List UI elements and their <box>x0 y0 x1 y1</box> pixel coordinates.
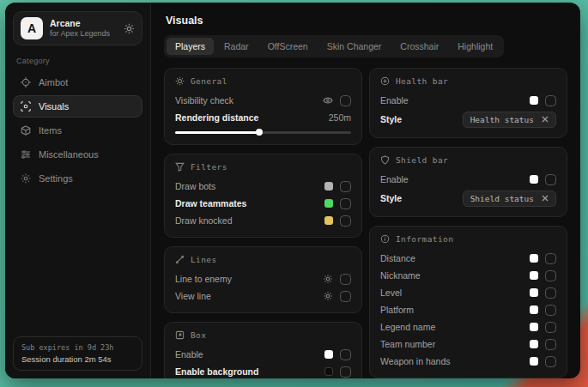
health-bar-card-header: Health bar <box>380 76 556 86</box>
tab-crosshair[interactable]: Crosshair <box>391 38 447 55</box>
checkbox[interactable] <box>545 174 556 185</box>
information-card-header: Information <box>380 234 556 244</box>
right-column: Health bar Enable Style Health status <box>369 68 567 378</box>
color-swatch[interactable] <box>530 288 538 297</box>
color-swatch[interactable] <box>530 340 538 348</box>
color-swatch[interactable] <box>530 323 538 331</box>
gear-icon[interactable] <box>323 274 333 284</box>
selected-style-value: Health status <box>470 115 534 124</box>
eye-icon[interactable] <box>323 95 333 106</box>
section-title: Shield bar <box>396 155 448 165</box>
sidebar-item-label: Settings <box>39 173 73 184</box>
sidebar-item-visuals[interactable]: Visuals <box>13 95 142 118</box>
checkbox[interactable] <box>545 305 556 316</box>
lines-card-header: Lines <box>175 255 351 264</box>
tab-skin-changer[interactable]: Skin Changer <box>318 38 391 55</box>
filters-card-header: Filters <box>175 162 351 172</box>
row-label: Visibility check <box>175 95 233 106</box>
session-duration-text: Session duration 2m 54s <box>21 354 134 364</box>
view-line-row: View line <box>175 287 351 305</box>
team-number-row: Team number <box>380 336 556 353</box>
color-swatch[interactable] <box>324 350 333 359</box>
color-swatch[interactable] <box>324 182 333 190</box>
row-label: Weapon in hands <box>380 356 451 366</box>
cards-grid: General Visibility check <box>164 68 567 378</box>
color-swatch[interactable] <box>324 199 333 208</box>
color-swatch[interactable] <box>530 175 538 184</box>
box-card: Box Enable Enable background <box>164 322 362 378</box>
draw-bots-row: Draw bots <box>175 178 351 195</box>
eye-scan-icon <box>21 101 31 112</box>
close-icon[interactable] <box>542 195 549 202</box>
platform-row: Platform <box>380 301 556 318</box>
sidebar-item-miscellaneous[interactable]: Miscellaneous <box>13 143 142 166</box>
checkbox[interactable] <box>340 274 351 285</box>
checkbox[interactable] <box>545 339 556 350</box>
sidebar-item-label: Items <box>39 125 62 136</box>
tab-highlight[interactable]: Highlight <box>449 38 501 55</box>
information-card: Information Distance Nickname <box>369 226 567 378</box>
filters-card: Filters Draw bots Draw teammates <box>164 154 362 238</box>
tab-players[interactable]: Players <box>167 38 214 55</box>
health-style-select[interactable]: Health status <box>463 112 556 128</box>
row-label: Enable background <box>175 366 258 377</box>
app-title: Arcane <box>50 18 117 29</box>
checkbox[interactable] <box>545 356 556 367</box>
row-label: Draw bots <box>175 181 215 191</box>
color-swatch[interactable] <box>530 96 538 105</box>
checkbox[interactable] <box>340 95 351 106</box>
color-swatch[interactable] <box>324 367 333 376</box>
checkbox[interactable] <box>545 287 556 299</box>
app-header-card: A Arcane for Apex Legends <box>13 11 142 45</box>
color-swatch[interactable] <box>530 357 538 366</box>
checkbox[interactable] <box>545 95 556 106</box>
sidebar-item-label: Visuals <box>39 101 69 112</box>
sidebar-item-items[interactable]: Items <box>13 119 142 142</box>
lines-card: Lines Line to enemy <box>164 246 362 313</box>
general-card-header: General <box>175 76 351 86</box>
section-title: Filters <box>191 162 227 172</box>
checkbox[interactable] <box>545 322 556 333</box>
settings-icon[interactable] <box>124 23 135 34</box>
color-swatch[interactable] <box>530 254 538 263</box>
checkbox[interactable] <box>340 181 351 192</box>
row-label: Team number <box>380 339 435 349</box>
health-style-row: Style Health status <box>380 109 556 130</box>
close-icon[interactable] <box>542 116 549 123</box>
left-column: General Visibility check <box>164 68 362 378</box>
tab-offscreen[interactable]: OffScreen <box>259 38 317 55</box>
tab-radar[interactable]: Radar <box>215 38 258 55</box>
checkbox[interactable] <box>340 215 351 227</box>
line-to-enemy-row: Line to enemy <box>175 270 351 287</box>
checkbox[interactable] <box>340 349 351 360</box>
checkbox[interactable] <box>545 270 556 281</box>
color-swatch[interactable] <box>530 271 538 280</box>
funnel-icon <box>175 162 185 172</box>
diagonal-line-icon <box>175 255 185 264</box>
visibility-check-row: Visibility check <box>175 92 351 109</box>
visuals-tabbar: Players Radar OffScreen Skin Changer Cro… <box>164 35 504 57</box>
slider-knob[interactable] <box>256 129 263 136</box>
gear-icon[interactable] <box>323 291 333 301</box>
checkbox[interactable] <box>340 291 351 302</box>
color-swatch[interactable] <box>324 216 333 225</box>
rendering-distance-slider[interactable] <box>175 128 351 136</box>
color-swatch[interactable] <box>530 305 538 314</box>
shield-style-select[interactable]: Shield status <box>463 190 556 207</box>
row-label: Platform <box>380 305 414 315</box>
checkbox[interactable] <box>545 253 556 264</box>
sun-icon <box>175 76 185 86</box>
sidebar-item-settings[interactable]: Settings <box>13 167 142 190</box>
section-title: General <box>191 76 227 86</box>
sidebar-item-aimbot[interactable]: Aimbot <box>13 71 142 94</box>
section-title: Lines <box>191 255 217 264</box>
shield-style-row: Style Shield status <box>380 188 556 209</box>
row-label: Rendering distance <box>175 112 258 123</box>
selected-style-value: Shield status <box>470 194 534 203</box>
row-label: View line <box>175 291 211 301</box>
checkbox[interactable] <box>340 366 351 378</box>
checkbox[interactable] <box>340 198 351 209</box>
row-label: Legend name <box>380 322 435 332</box>
gear-icon <box>21 173 31 184</box>
category-label: Category <box>16 57 139 65</box>
